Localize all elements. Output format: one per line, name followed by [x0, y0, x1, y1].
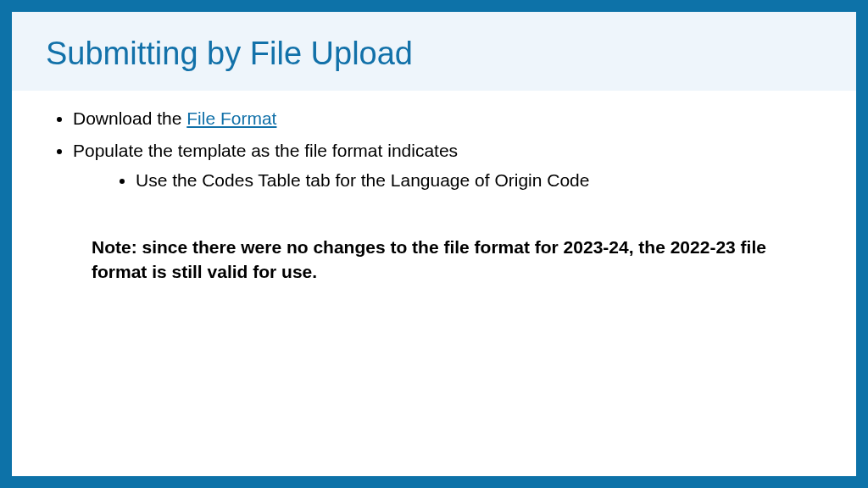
sub-bullet-list: Use the Codes Table tab for the Language… — [73, 168, 814, 193]
list-item: Download the File Format — [73, 106, 814, 131]
bullet-text: Use the Codes Table tab for the Language… — [136, 170, 589, 190]
slide: Submitting by File Upload Download the F… — [12, 12, 856, 476]
bullet-text: Populate the template as the file format… — [73, 141, 458, 160]
list-item: Populate the template as the file format… — [73, 138, 814, 193]
file-format-link[interactable]: File Format — [186, 108, 276, 128]
content-area: Download the File Format Populate the te… — [12, 91, 856, 284]
title-band: Submitting by File Upload — [12, 12, 856, 91]
list-item: Use the Codes Table tab for the Language… — [136, 168, 814, 193]
note-text: Note: since there were no changes to the… — [92, 236, 776, 284]
page-title: Submitting by File Upload — [46, 36, 822, 72]
bullet-text: Download the — [73, 108, 186, 128]
bullet-list: Download the File Format Populate the te… — [54, 106, 814, 193]
